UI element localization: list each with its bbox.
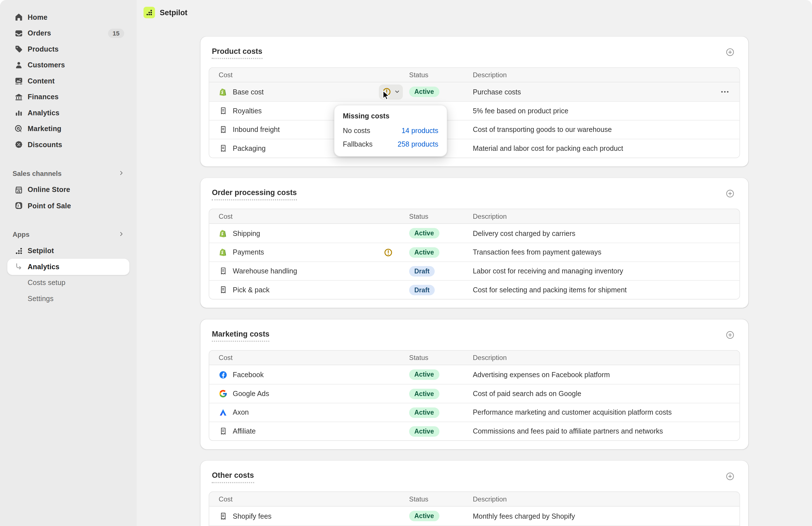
cost-name: Packaging [233, 145, 266, 152]
shopify-bag-icon [219, 229, 228, 238]
table-row-warehouse-handling[interactable]: Warehouse handlingDraftLabor cost for re… [209, 261, 740, 280]
table-header-row: CostStatusDescription [209, 351, 740, 365]
description-text: Cost for selecting and packing items for… [473, 286, 627, 294]
sidebar-item-discounts[interactable]: Discounts [7, 137, 129, 152]
row-actions-menu-button[interactable] [720, 87, 730, 97]
cost-name: Facebook [233, 371, 264, 379]
table-row-packaging[interactable]: PackagingMaterial and labor cost for pac… [209, 139, 740, 158]
sidebar-item-products[interactable]: Products [7, 41, 129, 57]
sidebar-item-analytics[interactable]: Analytics [7, 259, 129, 275]
sidebar-item-analytics[interactable]: Analytics [7, 105, 129, 121]
cost-cell: Facebook [219, 370, 409, 379]
online-store-icon [14, 185, 24, 194]
chevron-down-icon [394, 89, 400, 95]
status-cell: Draft [409, 266, 473, 276]
costs-table: CostStatusDescriptionFacebookActiveAdver… [209, 350, 740, 441]
description-cell: Performance marketing and customer acqui… [473, 408, 730, 417]
sidebar-item-label: Online Store [28, 186, 124, 194]
table-row-inbound-freight[interactable]: Inbound freightCost of transporting good… [209, 120, 740, 139]
description-cell: Cost for selecting and packing items for… [473, 286, 730, 294]
table-row-google-ads[interactable]: Google AdsActiveCost of paid search ads … [209, 384, 740, 403]
no-costs-products-link[interactable]: 14 products [402, 127, 438, 135]
sidebar-item-online-store[interactable]: Online Store [7, 182, 129, 198]
table-row-facebook[interactable]: FacebookActiveAdvertising expenses on Fa… [209, 365, 740, 384]
sidebar-item-finances[interactable]: Finances [7, 89, 129, 105]
table-row-royalties[interactable]: Royalties5% fee based on product price [209, 101, 740, 120]
status-badge: Active [409, 426, 439, 436]
products-icon [14, 45, 24, 54]
status-badge: Draft [409, 285, 435, 295]
sidebar-item-orders[interactable]: Orders15 [7, 25, 129, 41]
missing-costs-warning-button[interactable] [379, 84, 403, 100]
description-cell: Monthly fees charged by Shopify [473, 512, 730, 520]
sidebar-item-customers[interactable]: Customers [7, 57, 129, 73]
popover-title: Missing costs [343, 112, 438, 120]
column-header-description: Description [473, 495, 730, 503]
column-header-status: Status [409, 71, 473, 79]
table-row-shipping[interactable]: ShippingActiveDelivery cost charged by c… [209, 224, 740, 243]
table-header-row: CostStatusDescription [209, 492, 740, 507]
card-product-costs: Product costsCostStatusDescriptionBase c… [201, 36, 748, 166]
sidebar-item-marketing[interactable]: Marketing [7, 121, 129, 136]
receipt-icon [219, 106, 228, 115]
sidebar-nav: HomeOrders15ProductsCustomersContentFina… [0, 9, 137, 306]
cost-cell: Base cost [219, 84, 409, 100]
sidebar-section-header-sales-channels[interactable]: Sales channels [7, 170, 129, 178]
description-cell: Transaction fees from payment gateways [473, 248, 730, 256]
card-title-order-processing-costs[interactable]: Order processing costs [212, 188, 296, 201]
table-row-base-cost[interactable]: Base costActivePurchase costs [209, 82, 740, 101]
sidebar-item-content[interactable]: Content [7, 73, 129, 89]
sidebar-item-settings[interactable]: Settings [7, 291, 129, 306]
add-cost-button[interactable] [725, 47, 735, 57]
cost-name: Inbound freight [233, 126, 280, 134]
card-title-other-costs[interactable]: Other costs [212, 471, 254, 483]
popover-label: No costs [343, 127, 370, 135]
card-marketing-costs: Marketing costsCostStatusDescriptionFace… [201, 319, 748, 449]
description-text: Labor cost for receiving and managing in… [473, 267, 623, 275]
receipt-icon [219, 285, 228, 294]
card-title-product-costs[interactable]: Product costs [212, 47, 262, 59]
sidebar-item-point-of-sale[interactable]: Point of Sale [7, 198, 129, 214]
cost-name: Warehouse handling [233, 267, 297, 275]
add-cost-button[interactable] [725, 331, 735, 340]
popover-label: Fallbacks [343, 141, 373, 148]
column-header-description: Description [473, 71, 730, 79]
sidebar-item-label: Orders [28, 29, 104, 37]
table-row-shopify-fees[interactable]: Shopify feesActiveMonthly fees charged b… [209, 507, 740, 525]
description-cell: Advertising expenses on Facebook platfor… [473, 371, 730, 379]
sidebar-section-label: Apps [12, 231, 29, 238]
table-header-row: CostStatusDescription [209, 68, 740, 83]
description-cell: Commissions and fees paid to affiliate p… [473, 427, 730, 435]
cost-cell: Warehouse handling [219, 267, 409, 275]
status-cell: Active [409, 228, 473, 238]
sidebar-section-header-apps[interactable]: Apps [7, 230, 129, 239]
add-cost-button[interactable] [725, 189, 735, 198]
sidebar-item-setpilot[interactable]: Setpilot [7, 243, 129, 259]
cost-name: Shipping [233, 229, 260, 237]
fallbacks-products-link[interactable]: 258 products [397, 141, 438, 148]
cost-cell: Shopify fees [219, 512, 409, 520]
column-header-status: Status [409, 212, 473, 220]
description-cell: Cost of transporting goods to our wareho… [473, 126, 730, 134]
description-text: Transaction fees from payment gateways [473, 248, 601, 256]
column-header-cost: Cost [219, 71, 409, 79]
status-cell: Active [409, 247, 473, 257]
table-row-axon[interactable]: AxonActivePerformance marketing and cust… [209, 403, 740, 422]
sidebar-item-label: Setpilot [28, 247, 124, 255]
receipt-icon [219, 427, 228, 436]
sidebar-item-costs-setup[interactable]: Costs setup [7, 275, 129, 290]
description-cell: Purchase costs [473, 87, 730, 97]
table-row-payments[interactable]: PaymentsActiveTransaction fees from paym… [209, 243, 740, 262]
add-cost-button[interactable] [725, 472, 735, 481]
table-row-pick-pack[interactable]: Pick & packDraftCost for selecting and p… [209, 280, 740, 299]
table-row-affiliate[interactable]: AffiliateActiveCommissions and fees paid… [209, 422, 740, 441]
home-icon [14, 13, 24, 22]
column-header-description: Description [473, 212, 730, 220]
description-text: Cost of transporting goods to our wareho… [473, 126, 612, 134]
cost-name: Payments [233, 248, 264, 256]
card-title-marketing-costs[interactable]: Marketing costs [212, 330, 269, 342]
column-header-status: Status [409, 354, 473, 362]
description-cell: Delivery cost charged by carriers [473, 229, 730, 237]
cost-cell: Axon [219, 408, 409, 417]
sidebar-item-home[interactable]: Home [7, 9, 129, 25]
